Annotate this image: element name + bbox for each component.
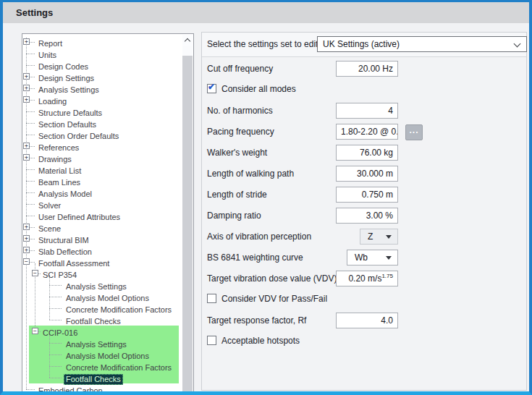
checkbox-acceptable-hotspots[interactable] bbox=[207, 336, 216, 345]
tree-row: Analysis Model Options bbox=[23, 349, 181, 360]
tree-row: Footfall Checks bbox=[23, 372, 181, 383]
tree-connector-line bbox=[26, 204, 35, 205]
tree-row: +References bbox=[23, 140, 181, 152]
triangle-down-icon bbox=[386, 235, 392, 239]
input-length-of-stride[interactable]: 0.750 m bbox=[336, 187, 398, 203]
expand-plus-icon[interactable]: + bbox=[23, 224, 30, 230]
form-row-axis-of-vibration-perception: Axis of vibration perceptionZ bbox=[207, 229, 526, 245]
field-label: Length of stride bbox=[207, 187, 267, 203]
tree-scrollbar[interactable] bbox=[182, 35, 193, 391]
field-label: BS 6841 weighting curve bbox=[207, 250, 303, 266]
settings-tree-panel: +ReportUnitsDesign Codes+Design Settings… bbox=[22, 33, 194, 392]
tree-row: +Analysis Settings bbox=[23, 82, 181, 94]
tree-row: +Design Settings bbox=[23, 71, 181, 82]
form-row-no-of-harmonics: No. of harmonics4 bbox=[207, 103, 526, 119]
expand-plus-icon[interactable]: + bbox=[23, 38, 30, 45]
form-row-length-of-stride: Length of stride0.750 m bbox=[207, 187, 526, 203]
settings-set-header: Select the settings set to edit: UK Sett… bbox=[202, 33, 526, 57]
checkbox-consider-all-modes[interactable]: ✔ bbox=[207, 84, 216, 93]
input-damping-ratio[interactable]: 3.00 % bbox=[336, 208, 398, 224]
tree-connector-line bbox=[26, 389, 35, 390]
tree-row: Analysis Settings bbox=[23, 337, 181, 349]
tree-row: Beam Lines bbox=[23, 175, 181, 187]
expand-plus-icon[interactable]: + bbox=[23, 235, 30, 242]
input-target-response-factor-rf[interactable]: 4.0 bbox=[336, 313, 398, 328]
tree-row: +Report bbox=[23, 36, 181, 48]
checkbox-label: Consider all modes bbox=[221, 82, 296, 96]
input-no-of-harmonics[interactable]: 4 bbox=[336, 103, 398, 119]
tree-row: −SCI P354 bbox=[23, 268, 181, 279]
field-label: Walker's weight bbox=[207, 145, 267, 161]
field-label: Damping ratio bbox=[207, 208, 261, 224]
input-target-vibration-dose-value-vdv[interactable]: 0.20 m/s1.75 bbox=[336, 271, 398, 286]
tree-row: Embodied Carbon bbox=[23, 383, 181, 391]
input-value: 0.20 m/s bbox=[348, 273, 381, 284]
scrollbar-thumb[interactable] bbox=[182, 56, 193, 391]
settings-set-combobox[interactable]: UK Settings (active) bbox=[317, 36, 527, 52]
tree-row: Design Codes bbox=[23, 59, 181, 71]
tree-row: Concrete Modification Factors bbox=[23, 302, 181, 314]
tree-connector-line bbox=[49, 297, 62, 297]
tree-connector-line bbox=[49, 285, 62, 286]
tree-connector-line bbox=[26, 181, 35, 182]
field-label: Cut off frequency bbox=[207, 61, 273, 77]
expand-plus-icon[interactable]: + bbox=[23, 143, 30, 149]
tree-row: +Drawings bbox=[23, 152, 181, 163]
tree-row: Footfall Checks bbox=[23, 314, 181, 326]
tree-connector-line bbox=[26, 54, 35, 54]
ellipsis-button[interactable]: ... bbox=[405, 124, 423, 140]
collapse-minus-icon[interactable]: − bbox=[32, 328, 38, 334]
tree-row: Concrete Modification Factors bbox=[23, 360, 181, 372]
tree-connector-line bbox=[26, 169, 35, 170]
settings-set-label: Select the settings set to edit: bbox=[207, 33, 321, 56]
select-value: Z bbox=[368, 229, 373, 244]
settings-window: Settings +ReportUnitsDesign Codes+Design… bbox=[0, 0, 532, 395]
tree-row: Section Order Defaults bbox=[23, 129, 181, 140]
tree-connector-line bbox=[26, 216, 35, 216]
form-row-bs-6841-weighting-curve: BS 6841 weighting curveWb bbox=[207, 250, 526, 266]
tree-connector-line bbox=[49, 308, 62, 309]
select-bs-6841-weighting-curve[interactable]: Wb bbox=[347, 250, 398, 266]
scroll-up-button[interactable] bbox=[182, 35, 193, 46]
collapse-minus-icon[interactable]: − bbox=[32, 270, 38, 276]
tree-row: Analysis Model bbox=[23, 187, 181, 198]
window-titlebar[interactable]: Settings bbox=[3, 2, 529, 23]
form-row-acceptable-hotspots: Acceptable hotspots bbox=[207, 334, 526, 349]
tree-row: Analysis Model Options bbox=[23, 291, 181, 302]
expand-plus-icon[interactable]: + bbox=[23, 73, 30, 80]
collapse-minus-icon[interactable]: − bbox=[23, 258, 30, 265]
tree-connector-line bbox=[26, 65, 35, 66]
tree-connector-line bbox=[49, 343, 62, 344]
tree-row: Solver bbox=[23, 198, 181, 210]
tree-row: +Slab Deflection bbox=[23, 245, 181, 256]
checkmark-icon: ✔ bbox=[208, 82, 215, 92]
form-row-damping-ratio: Damping ratio3.00 % bbox=[207, 208, 526, 224]
input-pacing-frequency[interactable]: 1.80-2.20 @ 0. bbox=[336, 124, 398, 140]
tree-connector-line bbox=[49, 354, 62, 355]
input-cut-off-frequency[interactable]: 20.00 Hz bbox=[336, 61, 398, 77]
input-length-of-walking-path[interactable]: 30.000 m bbox=[336, 166, 398, 182]
tree-row: User Defined Attributes bbox=[23, 210, 181, 221]
tree-row: −Footfall Assessment bbox=[23, 256, 181, 268]
select-axis-of-vibration-perception[interactable]: Z bbox=[360, 229, 398, 245]
chevron-up-icon bbox=[185, 38, 190, 44]
expand-plus-icon[interactable]: + bbox=[23, 96, 30, 103]
tree-connector-line bbox=[26, 135, 35, 135]
chevron-down-icon bbox=[514, 41, 521, 48]
tree-connector-line bbox=[49, 366, 62, 367]
expand-plus-icon[interactable]: + bbox=[23, 154, 30, 161]
input-walker-s-weight[interactable]: 76.00 kg bbox=[336, 145, 398, 161]
settings-set-value: UK Settings (active) bbox=[323, 37, 400, 51]
settings-tree: +ReportUnitsDesign Codes+Design Settings… bbox=[23, 36, 181, 391]
tree-item-embodied-carbon[interactable]: Embodied Carbon bbox=[36, 386, 105, 391]
field-label: Target response factor, Rf bbox=[207, 313, 306, 328]
field-label: Length of walking path bbox=[207, 166, 294, 182]
expand-plus-icon[interactable]: + bbox=[23, 85, 30, 91]
triangle-down-icon bbox=[386, 256, 392, 260]
tree-connector-line bbox=[26, 111, 35, 112]
tree-connector-line bbox=[49, 320, 62, 320]
expand-plus-icon[interactable]: + bbox=[23, 247, 30, 253]
form-row-target-vibration-dose-value-vdv: Target vibration dose value (VDV)0.20 m/… bbox=[207, 271, 526, 286]
checkbox-consider-vdv-for-pass-fail[interactable] bbox=[207, 294, 216, 303]
checkbox-label: Consider VDV for Pass/Fail bbox=[221, 292, 327, 306]
